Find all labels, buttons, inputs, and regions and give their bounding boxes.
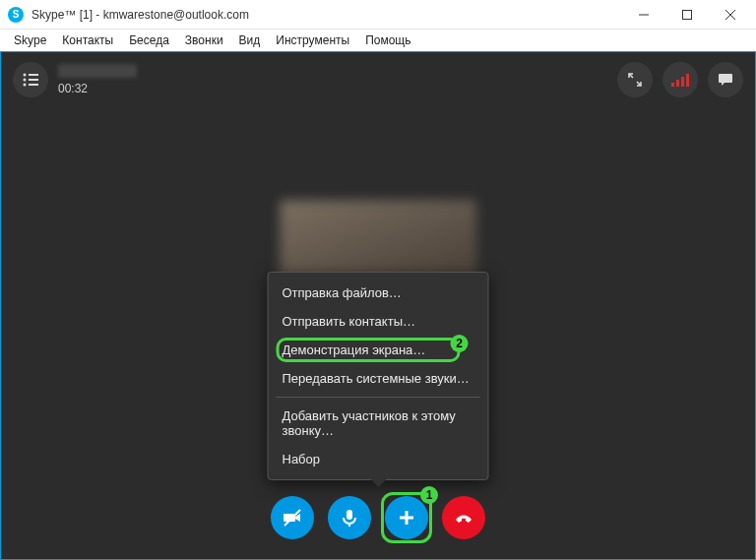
skype-logo-icon: S xyxy=(8,7,24,23)
window-title: Skype™ [1] - kmwarestone@outlook.com xyxy=(32,8,622,22)
menu-item-send-files[interactable]: Отправка файлов… xyxy=(269,279,488,307)
svg-rect-1 xyxy=(683,10,692,19)
call-top-right-controls xyxy=(617,62,743,97)
svg-rect-9 xyxy=(29,84,38,86)
svg-rect-11 xyxy=(346,510,352,520)
signal-bars-icon xyxy=(671,73,689,87)
maximize-button[interactable] xyxy=(665,0,709,30)
microphone-icon xyxy=(340,508,359,528)
contact-name-redacted xyxy=(58,64,137,78)
svg-point-8 xyxy=(24,84,27,87)
title-bar: S Skype™ [1] - kmwarestone@outlook.com xyxy=(0,0,756,30)
menu-tools[interactable]: Инструменты xyxy=(268,31,357,49)
hangup-button[interactable] xyxy=(442,496,485,539)
close-icon xyxy=(725,10,735,20)
call-quality-button[interactable] xyxy=(662,62,698,97)
minimize-button[interactable] xyxy=(622,0,665,30)
menu-item-dialpad[interactable]: Набор xyxy=(269,445,488,473)
menu-item-share-screen-label: Демонстрация экрана… xyxy=(283,342,426,357)
call-controls: 1 xyxy=(271,496,485,539)
call-info-cluster: 00:32 xyxy=(13,62,137,97)
fullscreen-icon xyxy=(628,73,642,87)
menu-view[interactable]: Вид xyxy=(231,31,269,49)
plus-menu-popup: Отправка файлов… Отправить контакты… Дем… xyxy=(268,272,489,480)
menu-item-share-system-sound[interactable]: Передавать системные звуки… xyxy=(269,364,488,393)
menu-conversation[interactable]: Беседа xyxy=(121,31,177,49)
menu-item-share-screen[interactable]: Демонстрация экрана… 2 xyxy=(269,336,488,364)
menu-item-send-contacts[interactable]: Отправить контакты… xyxy=(269,307,488,336)
call-info-text: 00:32 xyxy=(58,64,137,95)
participants-list-button[interactable] xyxy=(13,62,48,97)
close-button[interactable] xyxy=(709,0,752,30)
svg-point-4 xyxy=(24,74,27,77)
window-controls xyxy=(622,0,752,30)
menu-item-add-participants[interactable]: Добавить участников к этому звонку… xyxy=(269,402,488,445)
minimize-icon xyxy=(639,10,649,20)
toggle-mic-button[interactable] xyxy=(328,496,371,539)
menu-separator xyxy=(277,397,480,398)
menu-calls[interactable]: Звонки xyxy=(177,31,231,49)
call-timer: 00:32 xyxy=(58,82,137,95)
more-actions-button[interactable]: 1 xyxy=(385,496,428,539)
maximize-icon xyxy=(682,10,692,20)
chat-button[interactable] xyxy=(708,62,743,97)
toggle-video-button[interactable] xyxy=(271,496,314,539)
fullscreen-button[interactable] xyxy=(617,62,653,97)
list-icon xyxy=(23,73,38,87)
svg-point-6 xyxy=(24,79,27,82)
hangup-icon xyxy=(452,506,475,529)
menu-skype[interactable]: Skype xyxy=(6,31,54,49)
video-off-icon xyxy=(282,507,303,529)
svg-rect-7 xyxy=(29,79,38,81)
annotation-badge-1: 1 xyxy=(420,486,438,504)
annotation-badge-2: 2 xyxy=(451,335,469,352)
svg-rect-5 xyxy=(29,74,38,76)
chat-icon xyxy=(718,72,733,88)
menu-contacts[interactable]: Контакты xyxy=(54,31,121,49)
menu-bar: Skype Контакты Беседа Звонки Вид Инструм… xyxy=(0,30,756,51)
menu-help[interactable]: Помощь xyxy=(357,31,418,49)
call-area: 00:32 Отправка файлов… Отправить контакт… xyxy=(0,51,756,560)
